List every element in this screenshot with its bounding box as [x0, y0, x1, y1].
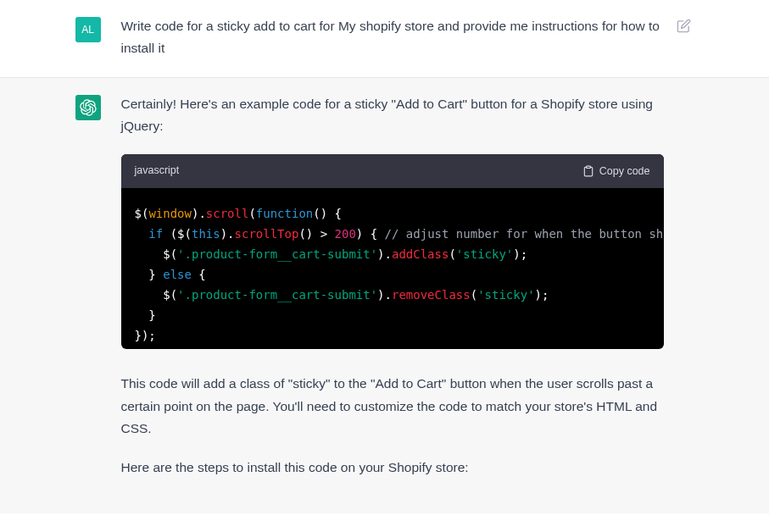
code-token: function [256, 207, 313, 220]
code-token: ( [170, 288, 177, 302]
svg-rect-0 [586, 166, 590, 168]
code-token: ( [471, 288, 477, 302]
code-token: ). [220, 227, 235, 241]
code-token: $ [163, 288, 170, 302]
user-turn: AL Write code for a sticky add to cart f… [0, 0, 769, 78]
code-header: javascript Copy code [121, 154, 664, 187]
code-token: ). [377, 247, 392, 261]
code-token: ( [170, 247, 177, 261]
code-line: } [135, 305, 650, 325]
code-line: $(window).scroll(function() { [135, 203, 650, 224]
edit-icon [677, 19, 691, 33]
assistant-install-intro: Here are the steps to install this code … [121, 457, 664, 479]
code-token: ( [248, 207, 255, 220]
assistant-row: Certainly! Here's an example code for a … [67, 93, 703, 496]
code-token: // adjust number for when the button sho… [385, 227, 664, 241]
code-token [135, 227, 149, 241]
code-token: ( [163, 227, 177, 241]
assistant-explanation-text: This code will add a class of "sticky" t… [121, 373, 664, 440]
code-token: scroll [206, 207, 249, 220]
copy-code-label: Copy code [599, 165, 650, 177]
code-token: () { [313, 207, 342, 220]
code-token: 200 [335, 227, 356, 241]
code-token: }); [135, 329, 156, 342]
user-message-text: Write code for a sticky add to cart for … [121, 15, 664, 60]
edit-button[interactable] [677, 19, 691, 36]
code-token: ). [192, 207, 206, 220]
code-token: } [135, 308, 156, 322]
user-row: AL Write code for a sticky add to cart f… [67, 15, 703, 60]
code-token: ( [185, 227, 192, 241]
code-token: this [192, 227, 220, 241]
code-block: javascript Copy code $(window).scroll(fu… [121, 154, 664, 349]
code-token: ) { [356, 227, 385, 241]
code-line: if ($(this).scrollTop() > 200) { // adju… [135, 224, 650, 244]
code-line: $('.product-form__cart-submit').removeCl… [135, 285, 650, 305]
code-token: else [163, 268, 192, 281]
code-line: $('.product-form__cart-submit').addClass… [135, 244, 650, 264]
assistant-turn: Certainly! Here's an example code for a … [0, 78, 769, 513]
code-token: ( [449, 247, 455, 261]
code-token: $ [177, 227, 184, 241]
user-initials: AL [81, 21, 94, 38]
code-token: { [192, 268, 206, 281]
code-language-label: javascript [135, 162, 180, 180]
code-token: window [148, 207, 192, 220]
code-token: 'sticky' [477, 288, 534, 302]
code-body[interactable]: $(window).scroll(function() { if ($(this… [121, 188, 664, 350]
code-token: '.product-form__cart-submit' [177, 247, 377, 261]
code-token: removeClass [392, 288, 471, 302]
code-token: ); [535, 288, 549, 302]
code-token: if [148, 227, 163, 241]
code-token: ). [377, 288, 392, 302]
copy-code-button[interactable]: Copy code [582, 165, 650, 177]
code-token [135, 247, 164, 261]
code-token: ); [513, 247, 527, 261]
user-content: Write code for a sticky add to cart for … [121, 15, 694, 60]
code-token: scrollTop [235, 227, 299, 241]
code-token: $ [163, 247, 170, 261]
assistant-intro-text: Certainly! Here's an example code for a … [121, 93, 664, 138]
code-token: () > [298, 227, 334, 241]
code-token: } [135, 268, 164, 281]
code-token: '.product-form__cart-submit' [177, 288, 377, 302]
code-token: $ [135, 207, 142, 220]
user-avatar: AL [75, 17, 101, 42]
code-token: addClass [392, 247, 449, 261]
code-token: 'sticky' [456, 247, 513, 261]
assistant-avatar [75, 95, 101, 120]
code-line: } else { [135, 264, 650, 285]
code-token [135, 288, 164, 302]
openai-logo-icon [80, 99, 97, 116]
code-line: }); [135, 325, 650, 346]
clipboard-icon [582, 165, 594, 177]
assistant-content: Certainly! Here's an example code for a … [121, 93, 694, 496]
